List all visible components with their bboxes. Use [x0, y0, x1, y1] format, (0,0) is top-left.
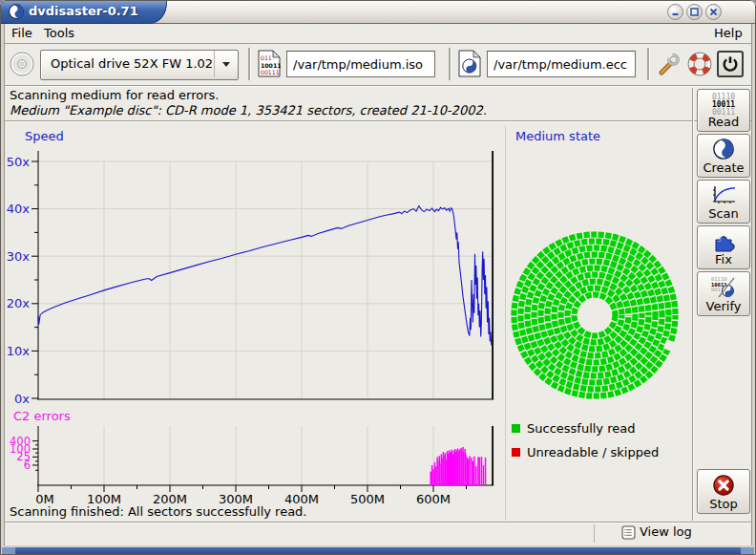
toolbar-separator [248, 48, 251, 80]
menu-tools[interactable]: Tools [38, 25, 80, 42]
svg-text:00111: 00111 [261, 69, 280, 75]
quit-button[interactable] [717, 51, 744, 77]
read-button-label: Read [698, 115, 749, 129]
fix-puzzle-icon [698, 230, 749, 253]
svg-text:50x: 50x [7, 155, 31, 169]
drive-select-dropdown[interactable]: Optical drive 52X FW 1.02 [40, 50, 239, 80]
svg-text:011: 011 [261, 54, 272, 61]
dropdown-arrow-box[interactable] [214, 51, 238, 77]
svg-text:20x: 20x [7, 296, 31, 310]
svg-text:10011: 10011 [261, 62, 281, 69]
chevron-down-icon [222, 62, 230, 67]
toolbar-separator [449, 48, 452, 80]
maximize-icon [689, 7, 700, 17]
power-icon [721, 54, 740, 74]
stop-icon [698, 474, 749, 497]
ecc-file-input[interactable] [487, 51, 636, 77]
optical-drive-icon [10, 52, 34, 76]
app-yinyang-icon [9, 4, 24, 19]
scan-chart-icon [698, 184, 749, 205]
drive-select-value: Optical drive 52X FW 1.02 [51, 51, 213, 77]
status-line-medium-info: Medium "Example disc": CD-R mode 1, 3534… [10, 103, 487, 117]
red-square-icon [512, 448, 520, 457]
fix-button-label: Fix [698, 252, 749, 267]
verify-button-label: Verify [698, 299, 749, 313]
log-icon [621, 525, 636, 540]
minimize-button[interactable] [667, 4, 683, 20]
application-window: dvdisaster-0.71 File Tools Help Optical … [0, 0, 756, 555]
stop-button-label: Stop [698, 497, 749, 511]
minimize-icon [670, 7, 681, 17]
read-button[interactable]: 011101001100111 Read [697, 89, 750, 132]
scan-button-label: Scan [698, 206, 749, 221]
fix-button[interactable]: Fix [697, 225, 750, 269]
legend-label-unreadable: Unreadable / skipped [527, 445, 659, 459]
menu-file[interactable]: File [6, 25, 38, 42]
create-button[interactable]: Create [697, 134, 750, 178]
stop-button[interactable]: Stop [697, 469, 750, 514]
close-button[interactable] [705, 4, 722, 20]
legend-label-read: Successfully read [527, 421, 635, 436]
scan-button[interactable]: Scan [697, 180, 750, 224]
maximize-button[interactable] [686, 4, 703, 20]
medium-state-title: Medium state [515, 129, 600, 143]
medium-state-disc [506, 226, 683, 404]
iso-file-input[interactable] [286, 51, 435, 77]
create-button-label: Create [698, 160, 749, 175]
read-binary-icon: 011101001100111 [698, 94, 749, 117]
speed-and-c2-chart: 0x10x20x30x40x50x6251004000M100M200M300M… [0, 122, 506, 506]
create-yinyang-icon [698, 139, 749, 160]
toolbar-separator [647, 48, 650, 80]
svg-text:30x: 30x [7, 249, 31, 264]
ecc-file-icon [458, 50, 481, 77]
status-line-action: Scanning medium for read errors. [10, 88, 219, 102]
svg-text:40x: 40x [7, 202, 31, 216]
window-title: dvdisaster-0.71 [29, 0, 138, 23]
preferences-wrench-icon[interactable] [657, 51, 682, 77]
close-icon [708, 7, 719, 17]
help-lifebuoy-icon[interactable] [687, 52, 712, 76]
c2-errors-title: C2 errors [13, 409, 71, 423]
svg-text:10x: 10x [7, 344, 31, 358]
svg-text:0x: 0x [14, 392, 30, 406]
green-square-icon [512, 424, 520, 433]
resize-corner-left[interactable] [2, 547, 15, 554]
view-log-label: View log [640, 524, 692, 539]
finished-status-text: Scanning finished: All sectors successfu… [10, 504, 307, 519]
svg-text:400: 400 [10, 435, 31, 448]
iso-file-icon: 011 10011 00111 [258, 50, 281, 77]
menu-help[interactable]: Help [708, 25, 748, 42]
window-bottom-border [2, 547, 754, 554]
resize-corner-right[interactable] [741, 547, 754, 554]
svg-text:500M: 500M [350, 492, 385, 506]
speed-chart-title: Speed [25, 129, 64, 143]
svg-text:600M: 600M [416, 492, 451, 506]
verify-button[interactable]: 011101001100111 Verify [697, 271, 750, 316]
view-log-button[interactable]: View log [616, 523, 746, 543]
